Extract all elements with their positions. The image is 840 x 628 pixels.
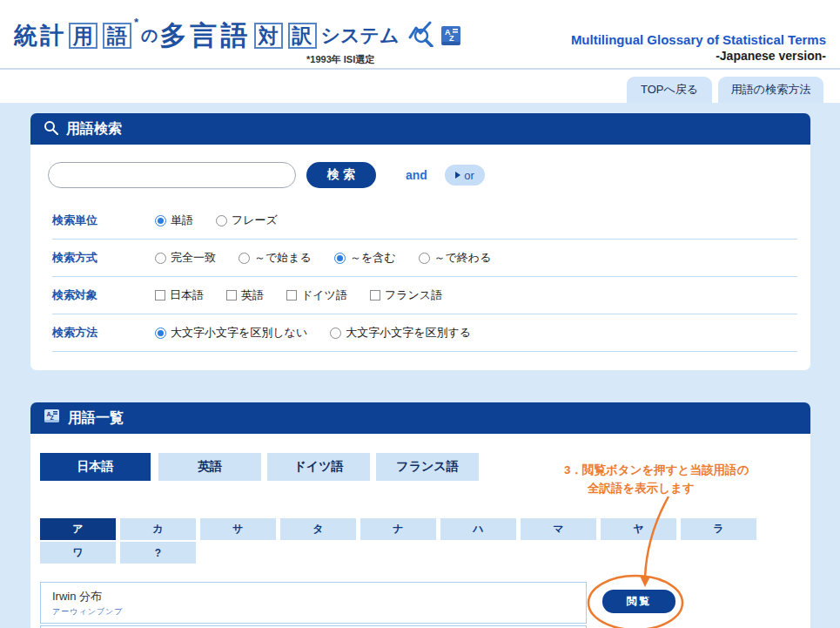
term-list-item: Irwin 分布 アーウィンブンプ xyxy=(40,582,587,624)
search-panel-title: 用語検索 xyxy=(66,120,122,138)
search-input[interactable] xyxy=(48,162,296,188)
title-boxed-char: 用 xyxy=(69,23,97,49)
option-label: 大文字小文字を区別する xyxy=(346,325,471,341)
option-label: 大文字小文字を区別しない xyxy=(171,325,307,341)
title-segment: の xyxy=(141,24,158,47)
app-title: 統計 用 語 * の 多言語 対 訳 システム A xyxy=(14,17,461,54)
form-row-target-language: 検索対象 日本語 英語 ドイツ語 フランス語 xyxy=(52,277,797,314)
radio-icon xyxy=(239,253,250,264)
search-options-form: 検索単位 単語 フレーズ 検索方式 完全一致 xyxy=(52,202,797,352)
form-row-case-sensitivity: 検索方法 大文字小文字を区別しない 大文字小文字を区別する xyxy=(52,314,797,352)
dictionary-icon: A Z xyxy=(440,24,461,51)
option-label: ～を含む xyxy=(350,250,396,266)
search-icon xyxy=(44,120,58,138)
checkbox-icon xyxy=(370,290,380,300)
checkbox-option-french[interactable]: フランス語 xyxy=(370,287,442,303)
title-boxed-char: 語 xyxy=(103,23,131,49)
form-row-label: 検索方法 xyxy=(52,325,155,341)
form-row-label: 検索対象 xyxy=(52,287,155,303)
glossary-panel-header: A Z 用語一覧 xyxy=(30,402,810,434)
svg-text:Z: Z xyxy=(50,415,55,421)
title-segment: システム xyxy=(321,23,400,49)
checkbox-option-japanese[interactable]: 日本語 xyxy=(155,287,204,303)
nav-tab-top[interactable]: TOPへ戻る xyxy=(627,77,712,103)
kana-tab-ra[interactable]: ラ xyxy=(681,518,756,540)
english-title-line2: -Japanese version- xyxy=(571,49,826,64)
term-reading: アーウィンブンプ xyxy=(52,606,586,618)
radio-icon xyxy=(334,253,346,264)
radio-option-starts-with[interactable]: ～で始まる xyxy=(239,250,312,266)
title-boxed-char: 対 xyxy=(254,23,283,49)
checkbox-option-english[interactable]: 英語 xyxy=(226,287,264,303)
option-label: フランス語 xyxy=(385,287,442,303)
option-label: 英語 xyxy=(241,287,264,303)
term-text: Irwin 分布 xyxy=(52,589,586,604)
language-tab-french[interactable]: フランス語 xyxy=(376,453,479,481)
form-row-match-type: 検索方式 完全一致 ～で始まる ～を含む ～で終わる xyxy=(52,240,797,277)
form-row-label: 検索方式 xyxy=(52,250,155,266)
english-title: Multilingual Glossary of Statistical Ter… xyxy=(571,32,826,64)
annotation-line1: 3．閲覧ボタンを押すと当該用語の xyxy=(564,462,749,480)
radio-option-contains[interactable]: ～を含む xyxy=(334,250,396,266)
search-panel-body: 検 索 and or 検索単位 単語 フレーズ 検索方式 xyxy=(30,145,810,370)
option-label: ～で終わる xyxy=(434,250,492,266)
radio-icon xyxy=(330,328,341,339)
kana-tab-ha[interactable]: ハ xyxy=(440,518,516,540)
english-title-line1: Multilingual Glossary of Statistical Ter… xyxy=(571,32,826,49)
annotation-line2: 全訳語を表示します xyxy=(588,480,749,498)
or-label: or xyxy=(464,169,474,182)
title-segment: 統計 xyxy=(14,20,66,51)
nav-tab-how-to-search[interactable]: 用語の検索方法 xyxy=(718,77,823,103)
title-segment: 多言語 xyxy=(160,17,252,54)
kana-tab-ma[interactable]: マ xyxy=(521,518,596,540)
glossary-panel-title: 用語一覧 xyxy=(68,409,124,428)
form-row-search-unit: 検索単位 単語 フレーズ xyxy=(52,202,797,240)
radio-icon xyxy=(216,215,227,226)
option-label: 完全一致 xyxy=(171,250,216,266)
tutorial-annotation: 3．閲覧ボタンを押すと当該用語の 全訳語を表示します xyxy=(564,462,749,498)
kana-tab-a[interactable]: ア xyxy=(40,518,116,540)
kana-tab-ka[interactable]: カ xyxy=(120,518,196,540)
svg-text:Z: Z xyxy=(449,34,454,43)
app-header: 統計 用 語 * の 多言語 対 訳 システム A xyxy=(0,0,840,68)
checkbox-icon xyxy=(226,290,237,300)
radio-option-phrase[interactable]: フレーズ xyxy=(216,213,278,228)
radio-option-exact-match[interactable]: 完全一致 xyxy=(155,250,216,266)
title-asterisk: * xyxy=(134,16,138,29)
radio-icon xyxy=(155,328,166,339)
view-button[interactable]: 閲覧 xyxy=(602,590,675,613)
radio-icon xyxy=(419,253,430,264)
checkbox-option-german[interactable]: ドイツ語 xyxy=(286,287,347,303)
language-tab-english[interactable]: 英語 xyxy=(158,453,261,481)
kana-tab-other[interactable]: ? xyxy=(120,542,196,564)
radio-option-ends-with[interactable]: ～で終わる xyxy=(419,250,492,266)
header-divider xyxy=(0,68,840,70)
form-row-label: 検索単位 xyxy=(52,213,155,228)
checkbox-icon xyxy=(155,290,165,300)
radio-icon xyxy=(155,253,166,264)
checkbox-icon xyxy=(286,290,297,300)
option-label: フレーズ xyxy=(232,213,278,228)
chart-magnifier-icon xyxy=(408,21,438,51)
search-button[interactable]: 検 索 xyxy=(306,162,376,188)
or-expand-button[interactable]: or xyxy=(445,165,485,186)
radio-option-case-insensitive[interactable]: 大文字小文字を区別しない xyxy=(155,325,307,341)
expand-triangle-icon xyxy=(455,172,460,179)
kana-tab-sa[interactable]: サ xyxy=(200,518,276,540)
radio-option-word[interactable]: 単語 xyxy=(155,213,193,228)
option-label: 日本語 xyxy=(170,287,204,303)
kana-tab-wa[interactable]: ワ xyxy=(40,542,116,564)
option-label: ～で始まる xyxy=(254,250,312,266)
kana-tab-ta[interactable]: タ xyxy=(280,518,356,540)
radio-icon xyxy=(155,215,166,226)
title-boxed-char: 訳 xyxy=(288,23,317,49)
search-panel-header: 用語検索 xyxy=(30,113,810,145)
language-tab-german[interactable]: ドイツ語 xyxy=(267,453,370,481)
option-label: ドイツ語 xyxy=(301,287,347,303)
glossary-book-icon: A Z xyxy=(44,409,60,428)
language-tab-japanese[interactable]: 日本語 xyxy=(40,453,151,481)
radio-option-case-sensitive[interactable]: 大文字小文字を区別する xyxy=(330,325,471,341)
kana-tab-ya[interactable]: ヤ xyxy=(601,518,676,540)
isi-note: *1993年 ISI選定 xyxy=(306,53,374,66)
kana-tab-na[interactable]: ナ xyxy=(360,518,436,540)
